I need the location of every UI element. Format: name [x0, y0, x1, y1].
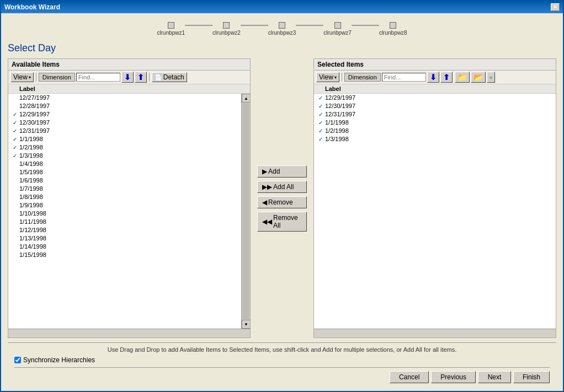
list-item[interactable]: 1/7/1998 — [8, 185, 241, 193]
list-item[interactable]: 1/3/1998 — [314, 135, 556, 143]
selected-find-input[interactable] — [382, 73, 426, 82]
list-item[interactable]: 1/9/1998 — [8, 201, 241, 210]
remove-all-icon: ◀◀ — [262, 218, 272, 225]
step-connector-3 — [296, 25, 323, 26]
remove-all-button[interactable]: ◀◀ Remove All — [257, 212, 307, 232]
footer-buttons: Cancel Previous Next Finish — [14, 367, 550, 383]
list-item[interactable]: 1/1/1998 — [8, 135, 241, 143]
list-item[interactable]: 12/30/1997 — [314, 102, 556, 110]
hint-text: Use Drag and Drop to add Available Items… — [14, 346, 550, 353]
sync-label: Synchronize Hierarchies — [23, 356, 95, 364]
available-find-input[interactable] — [76, 73, 120, 82]
folder2-icon: 📂 — [473, 73, 483, 82]
available-list-scroll[interactable]: 12/27/199712/28/199712/29/199712/30/1997… — [8, 94, 241, 329]
selected-folder-button[interactable]: 📁 — [455, 72, 470, 83]
selected-sort-down-button[interactable]: ⬇ — [427, 72, 439, 83]
title-bar-controls: ✕ — [551, 3, 560, 11]
available-bottom-bar — [8, 329, 250, 337]
selected-more-button[interactable]: » — [487, 72, 496, 83]
available-list-header: Label — [8, 84, 250, 94]
available-sort-down-button[interactable]: ⬇ — [121, 72, 134, 83]
list-item[interactable]: 1/6/1998 — [8, 176, 241, 185]
list-item[interactable]: 1/12/1998 — [8, 226, 241, 234]
step-label-clrunbpwz8: clrunbpwz8 — [379, 30, 407, 36]
folder-icon: 📁 — [457, 73, 467, 82]
workbook-wizard-window: Workbook Wizard ✕ clrunbpwz1clrunbpwz2cl… — [0, 0, 564, 392]
sort-down-icon: ⬇ — [124, 73, 131, 82]
add-icon: ▶ — [262, 168, 267, 175]
selected-items-panel: Selected Items View ▾ Dimension ⬇ ⬆ — [313, 58, 556, 338]
previous-button[interactable]: Previous — [431, 371, 476, 383]
title-bar: Workbook Wizard ✕ — [1, 1, 563, 13]
scroll-down-btn[interactable]: ▼ — [242, 320, 250, 329]
list-item[interactable]: 12/30/1997 — [8, 119, 241, 127]
selected-dimension-button[interactable]: Dimension — [344, 73, 381, 82]
remove-button[interactable]: ◀ Remove — [257, 196, 307, 208]
list-item[interactable]: 1/14/1998 — [8, 243, 241, 251]
step-label-clrunbpwz3: clrunbpwz3 — [268, 30, 296, 36]
selected-list-scroll[interactable]: 12/29/199712/30/199712/31/19971/1/19981/… — [314, 94, 556, 329]
add-button[interactable]: ▶ Add — [257, 165, 307, 178]
step-item-clrunbpwz3[interactable]: clrunbpwz3 — [268, 22, 296, 36]
list-item[interactable]: 1/1/1998 — [314, 119, 556, 127]
available-dimension-button[interactable]: Dimension — [39, 73, 75, 82]
selected-list-area: 12/29/199712/30/199712/31/19971/1/19981/… — [314, 94, 556, 329]
wizard-content: clrunbpwz1clrunbpwz2clrunbpwz3clrunbpwz7… — [1, 13, 563, 391]
list-item[interactable]: 1/15/1998 — [8, 251, 241, 259]
list-item[interactable]: 12/29/1997 — [8, 110, 241, 119]
step-label-clrunbpwz2: clrunbpwz2 — [212, 30, 241, 36]
list-item[interactable]: 1/13/1998 — [8, 234, 241, 243]
scroll-up-btn[interactable]: ▲ — [242, 94, 250, 103]
list-item[interactable]: 1/2/1998 — [314, 127, 556, 135]
panels-container: Available Items View ▾ Dimension ⬇ ⬆ — [8, 58, 556, 338]
step-label-clrunbpwz1: clrunbpwz1 — [157, 30, 185, 36]
step-item-clrunbpwz8[interactable]: clrunbpwz8 — [379, 22, 407, 36]
remove-icon: ◀ — [262, 198, 267, 206]
footer: Use Drag and Drop to add Available Items… — [8, 342, 556, 386]
list-item[interactable]: 1/2/1998 — [8, 143, 241, 152]
list-item[interactable]: 1/3/1998 — [8, 152, 241, 160]
add-all-button[interactable]: ▶▶ Add All — [257, 181, 307, 193]
selected-view-button[interactable]: View ▾ — [316, 72, 339, 82]
step-connector-4 — [352, 25, 379, 26]
selected-toolbar-sep-1 — [342, 73, 342, 82]
detach-icon: 📄 — [155, 74, 162, 81]
step-box-clrunbpwz3 — [279, 22, 285, 29]
selected-toolbar: View ▾ Dimension ⬇ ⬆ 📁 — [314, 71, 556, 84]
list-item[interactable]: 1/10/1998 — [8, 210, 241, 218]
available-toolbar: View ▾ Dimension ⬇ ⬆ 📄 Detach — [8, 71, 250, 84]
sync-checkbox[interactable] — [14, 357, 21, 363]
step-item-clrunbpwz2[interactable]: clrunbpwz2 — [212, 22, 241, 36]
available-scrollbar[interactable]: ▲ ▼ — [241, 94, 250, 329]
list-item[interactable]: 12/28/1997 — [8, 102, 241, 110]
next-button[interactable]: Next — [478, 371, 511, 383]
list-item[interactable]: 1/8/1998 — [8, 193, 241, 201]
step-item-clrunbpwz1[interactable]: clrunbpwz1 — [157, 22, 185, 36]
list-item[interactable]: 12/31/1997 — [314, 110, 556, 119]
selected-folder2-button[interactable]: 📂 — [471, 72, 486, 83]
scroll-thumb[interactable] — [242, 103, 249, 319]
step-connector-2 — [241, 25, 268, 26]
available-sort-up-button[interactable]: ⬆ — [135, 72, 147, 83]
cancel-button[interactable]: Cancel — [390, 371, 429, 383]
toolbar-separator-2 — [149, 73, 150, 82]
list-item[interactable]: 12/29/1997 — [314, 94, 556, 102]
view-dropdown-arrow: ▾ — [29, 75, 31, 80]
middle-buttons-area: ▶ Add ▶▶ Add All ◀ Remove ◀◀ Remove All — [251, 58, 313, 338]
selected-sort-up-button[interactable]: ⬆ — [440, 72, 453, 83]
close-button[interactable]: ✕ — [551, 3, 560, 11]
list-item[interactable]: 1/11/1998 — [8, 218, 241, 226]
selected-sort-down-icon: ⬇ — [430, 73, 437, 82]
available-items-panel: Available Items View ▾ Dimension ⬇ ⬆ — [8, 58, 251, 338]
more-icon: » — [489, 74, 493, 80]
available-view-button[interactable]: View ▾ — [10, 72, 34, 82]
list-item[interactable]: 12/27/1997 — [8, 94, 241, 102]
list-item[interactable]: 1/4/1998 — [8, 160, 241, 168]
step-item-clrunbpwz7[interactable]: clrunbpwz7 — [323, 22, 352, 36]
selected-list-header: Label — [314, 84, 556, 94]
list-item[interactable]: 1/5/1998 — [8, 168, 241, 176]
finish-button[interactable]: Finish — [513, 371, 550, 383]
detach-button[interactable]: 📄 Detach — [152, 72, 187, 82]
available-panel-header: Available Items — [8, 59, 250, 71]
list-item[interactable]: 12/31/1997 — [8, 127, 241, 135]
